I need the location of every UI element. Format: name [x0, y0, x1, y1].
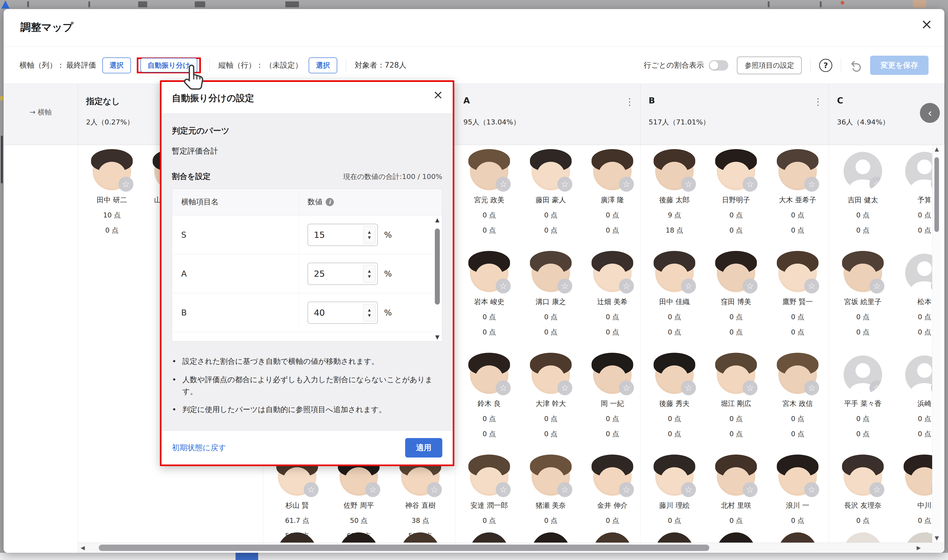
person-card[interactable]: ☆宮坂 絵里子0 点0 点 — [832, 247, 894, 349]
star-badge-icon[interactable]: ☆ — [119, 177, 133, 192]
star-badge-icon[interactable]: ☆ — [743, 278, 758, 294]
person-card[interactable]: ☆大木 亜希子0 点0 点 — [767, 145, 828, 247]
star-badge-icon[interactable]: ☆ — [496, 177, 511, 192]
scroll-left-icon[interactable]: ◀ — [80, 545, 85, 551]
person-card[interactable]: ☆藤田 豪人0 点0 点 — [520, 145, 582, 247]
spinner-up-icon[interactable]: ▲ — [368, 308, 371, 312]
spinner-down-icon[interactable]: ▼ — [368, 275, 371, 278]
person-card[interactable]: ☆岡 一紀0 点0 点 — [582, 349, 643, 451]
vertical-scroll-thumb[interactable] — [934, 157, 939, 232]
star-badge-icon[interactable]: ☆ — [619, 482, 634, 497]
star-badge-icon[interactable]: ☆ — [869, 482, 885, 497]
table-scrollbar[interactable]: ▲ ▼ — [434, 215, 441, 341]
spinner-down-icon[interactable]: ▼ — [368, 314, 371, 317]
avatar-photo: ☆ — [531, 355, 570, 394]
star-badge-icon[interactable]: ☆ — [804, 380, 819, 395]
star-badge-icon[interactable]: ☆ — [804, 177, 819, 192]
vertical-scrollbar[interactable]: ▲ ▼ — [932, 145, 941, 543]
table-scroll-down-icon[interactable]: ▼ — [434, 334, 441, 340]
star-badge-icon[interactable]: ☆ — [557, 380, 572, 395]
map-corner-column: → 横軸 — [4, 84, 78, 553]
star-badge-icon[interactable]: ☆ — [681, 278, 696, 294]
spinner-arrows[interactable]: ▲▼ — [363, 265, 375, 283]
person-card[interactable]: ☆後藤 秀夫0 点0 点 — [644, 349, 705, 451]
star-badge-icon[interactable]: ☆ — [681, 177, 696, 192]
popup-close-icon[interactable]: × — [433, 89, 443, 101]
collapse-panel-button[interactable]: ‹ — [920, 103, 940, 123]
star-badge-icon[interactable]: ☆ — [743, 177, 758, 192]
star-badge-icon[interactable]: ☆ — [619, 177, 634, 192]
person-card[interactable]: ☆窪田 博美0 点0 点 — [705, 247, 767, 349]
person-card[interactable]: ☆廣澤 隆0 点0 点 — [582, 145, 643, 247]
star-badge-icon[interactable]: ☆ — [557, 177, 572, 192]
value-spinner-input[interactable]: 25▲▼ — [307, 263, 378, 285]
star-badge-icon[interactable]: ☆ — [804, 278, 819, 294]
spinner-arrows[interactable]: ▲▼ — [363, 226, 375, 244]
info-icon[interactable]: i — [326, 198, 334, 206]
table-scroll-up-icon[interactable]: ▲ — [434, 217, 441, 223]
star-badge-icon[interactable]: ☆ — [427, 482, 442, 497]
save-changes-button[interactable]: 変更を保存 — [870, 56, 928, 75]
y-axis-select-button[interactable]: 選択 — [309, 57, 337, 73]
person-card[interactable]: ☆日野明子0 点0 点 — [705, 145, 767, 247]
star-badge-icon[interactable]: ☆ — [557, 482, 572, 497]
reset-default-link[interactable]: 初期状態に戻す — [172, 443, 226, 453]
person-card[interactable]: ☆宮木 政信0 点0 点 — [767, 349, 828, 451]
score-primary: 10 点 — [103, 211, 121, 220]
column-menu-icon[interactable]: ⋮ — [813, 97, 823, 106]
scroll-down-icon[interactable]: ▼ — [933, 535, 941, 541]
person-card[interactable]: ☆辻畑 美希0 点0 点 — [582, 247, 643, 349]
person-card[interactable]: ☆岩本 峻史0 点0 点 — [459, 247, 520, 349]
close-icon[interactable]: × — [921, 17, 933, 31]
scroll-up-icon[interactable]: ▲ — [933, 146, 941, 152]
star-badge-icon[interactable]: ☆ — [743, 482, 758, 497]
background-page-top — [0, 0, 948, 9]
star-badge-icon[interactable]: ☆ — [619, 278, 634, 294]
column-menu-icon[interactable]: ⋮ — [625, 97, 635, 106]
help-icon[interactable]: ? — [819, 59, 832, 72]
horizontal-scroll-thumb[interactable] — [99, 545, 709, 551]
star-badge-icon[interactable]: ☆ — [619, 380, 634, 395]
star-badge-icon[interactable]: ☆ — [869, 380, 882, 394]
person-card[interactable]: ☆吉田 健太0 点0 点 — [832, 145, 894, 247]
spinner-down-icon[interactable]: ▼ — [368, 236, 371, 239]
value-spinner-input[interactable]: 40▲▼ — [307, 302, 378, 324]
person-card[interactable]: ☆溝口 康之0 点0 点 — [520, 247, 582, 349]
x-axis-select-button[interactable]: 選択 — [102, 57, 131, 73]
person-card[interactable]: ☆大津 幹大0 点0 点 — [520, 349, 582, 451]
apply-button[interactable]: 適用 — [405, 438, 442, 457]
row-ratio-toggle[interactable] — [709, 60, 728, 71]
star-badge-icon[interactable]: ☆ — [804, 482, 819, 497]
star-badge-icon[interactable]: ☆ — [681, 482, 696, 497]
person-card[interactable]: ☆宮元 政美0 点0 点 — [459, 145, 520, 247]
star-badge-icon[interactable]: ☆ — [496, 278, 511, 294]
spinner-up-icon[interactable]: ▲ — [368, 230, 371, 234]
star-badge-icon[interactable]: ☆ — [365, 482, 380, 497]
undo-icon[interactable] — [850, 59, 862, 72]
score-secondary: 0 点 — [483, 226, 496, 235]
star-badge-icon[interactable]: ☆ — [304, 482, 319, 497]
person-card[interactable]: ☆鈴木 良0 点0 点 — [459, 349, 520, 451]
person-card[interactable]: ☆堀江 剛広0 点0 点 — [705, 349, 767, 451]
star-badge-icon[interactable]: ☆ — [496, 482, 511, 497]
value-spinner-input[interactable]: 15▲▼ — [307, 224, 378, 246]
spinner-up-icon[interactable]: ▲ — [368, 269, 371, 273]
reference-items-button[interactable]: 参照項目の設定 — [737, 57, 802, 74]
person-card[interactable]: ☆鷹野 賢一0 点0 点 — [767, 247, 828, 349]
star-badge-icon[interactable]: ☆ — [743, 380, 758, 395]
ratio-table: 横軸項目名 数値 i S15▲▼%A25▲▼%B40▲▼% ▲ ▼ — [172, 188, 442, 342]
table-scroll-thumb[interactable] — [435, 229, 440, 305]
person-name: 藤川 理絵 — [659, 501, 690, 510]
scroll-right-icon[interactable]: ▶ — [917, 545, 921, 551]
person-card[interactable]: ☆田中 佳織0 点0 点 — [644, 247, 705, 349]
person-card[interactable]: ☆平手 菜々香0 点0 点 — [832, 349, 894, 451]
star-badge-icon[interactable]: ☆ — [681, 380, 696, 395]
person-card[interactable]: ☆後藤 太郎9 点18 点 — [644, 145, 705, 247]
star-badge-icon[interactable]: ☆ — [869, 177, 882, 190]
star-badge-icon[interactable]: ☆ — [557, 278, 572, 294]
spinner-arrows[interactable]: ▲▼ — [363, 304, 375, 322]
star-badge-icon[interactable]: ☆ — [496, 380, 511, 395]
horizontal-scrollbar[interactable]: ◀ ▶ — [78, 543, 944, 553]
person-card[interactable]: ☆田中 研二10 点0 点 — [81, 145, 143, 247]
star-badge-icon[interactable]: ☆ — [869, 278, 885, 294]
